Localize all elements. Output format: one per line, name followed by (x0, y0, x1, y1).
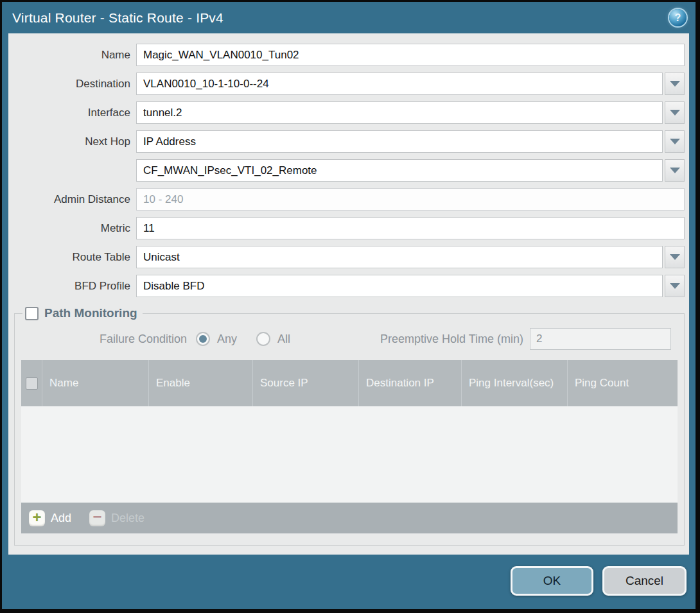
column-header-enable[interactable]: Enable (148, 360, 252, 406)
bfd-profile-field[interactable] (136, 275, 663, 297)
chevron-down-icon (670, 168, 680, 173)
dialog-body: Name Destination Interface (8, 33, 689, 555)
add-button[interactable]: + Add (29, 510, 71, 526)
interface-dropdown-button[interactable] (665, 101, 685, 124)
interface-row: Interface (14, 101, 685, 124)
select-all-checkbox[interactable] (26, 377, 38, 390)
radio-any-label: Any (217, 332, 237, 346)
next-hop-row: Next Hop (14, 130, 685, 153)
failure-condition-row: Failure Condition Any All Preemptive Hol… (21, 328, 678, 350)
dialog-footer: OK Cancel (2, 555, 696, 609)
next-hop-type-field[interactable] (136, 130, 663, 153)
path-monitoring-title: Path Monitoring (44, 306, 137, 320)
column-header-name[interactable]: Name (42, 360, 148, 406)
bfd-profile-label: BFD Profile (14, 280, 130, 293)
name-row: Name (14, 44, 685, 66)
delete-button[interactable]: − Delete (89, 510, 144, 526)
failure-condition-label: Failure Condition (21, 332, 187, 346)
preemptive-hold-time-label: Preemptive Hold Time (min) (380, 332, 523, 346)
name-label: Name (14, 49, 130, 62)
path-monitoring-checkbox[interactable] (25, 307, 39, 320)
column-header-destination-ip[interactable]: Destination IP (358, 360, 461, 406)
next-hop-address-row (14, 159, 685, 182)
route-table-dropdown-button[interactable] (665, 246, 685, 268)
failure-condition-option-any[interactable]: Any (196, 332, 237, 346)
plus-icon: + (29, 510, 45, 526)
route-table-label: Route Table (14, 251, 130, 264)
column-header-source-ip[interactable]: Source IP (252, 360, 358, 406)
failure-condition-option-all[interactable]: All (256, 332, 290, 346)
radio-all-icon[interactable] (256, 332, 270, 346)
path-monitoring-table: Name Enable Source IP Destination IP Pin… (21, 360, 678, 533)
admin-distance-field[interactable] (136, 188, 685, 211)
next-hop-address-field[interactable] (136, 159, 663, 182)
chevron-down-icon (670, 283, 680, 289)
destination-field[interactable] (136, 73, 663, 95)
select-all-cell (21, 360, 42, 406)
chevron-down-icon (670, 110, 680, 116)
admin-distance-label: Admin Distance (14, 193, 130, 206)
name-field[interactable] (136, 44, 685, 66)
interface-field[interactable] (136, 101, 663, 124)
interface-label: Interface (14, 107, 130, 119)
metric-row: Metric (14, 217, 685, 239)
radio-all-label: All (277, 332, 290, 346)
destination-dropdown-button[interactable] (665, 73, 685, 95)
path-monitoring-section: Path Monitoring Failure Condition Any Al… (14, 306, 685, 546)
preemptive-hold-time-group: Preemptive Hold Time (min) (380, 328, 671, 350)
table-header: Name Enable Source IP Destination IP Pin… (21, 360, 678, 406)
ok-button[interactable]: OK (511, 566, 593, 596)
column-header-ping-interval[interactable]: Ping Interval(sec) (461, 360, 567, 406)
next-hop-label: Next Hop (14, 135, 130, 148)
minus-icon: − (89, 510, 105, 526)
next-hop-address-dropdown-button[interactable] (665, 159, 685, 182)
admin-distance-row: Admin Distance (14, 188, 685, 211)
preemptive-hold-time-field[interactable] (530, 328, 671, 350)
table-footer: + Add − Delete (21, 503, 678, 533)
static-route-dialog: Virtual Router - Static Route - IPv4 ? N… (0, 0, 700, 613)
chevron-down-icon (670, 139, 680, 144)
dialog-frame: Virtual Router - Static Route - IPv4 ? N… (2, 2, 696, 609)
path-monitoring-legend: Path Monitoring (22, 306, 143, 320)
help-icon[interactable]: ? (669, 9, 687, 26)
bfd-profile-dropdown-button[interactable] (665, 275, 685, 297)
route-table-field[interactable] (136, 246, 663, 268)
dialog-title: Virtual Router - Static Route - IPv4 (12, 10, 223, 26)
delete-button-label: Delete (111, 512, 144, 525)
column-header-ping-count[interactable]: Ping Count (567, 360, 678, 406)
route-table-row: Route Table (14, 246, 685, 268)
dialog-titlebar: Virtual Router - Static Route - IPv4 ? (2, 2, 696, 33)
cancel-button[interactable]: Cancel (602, 566, 687, 596)
radio-any-icon[interactable] (196, 332, 210, 346)
add-button-label: Add (51, 512, 71, 525)
next-hop-dropdown-button[interactable] (665, 130, 685, 153)
destination-row: Destination (14, 73, 685, 95)
metric-label: Metric (14, 222, 130, 235)
table-body-empty (21, 406, 678, 503)
metric-field[interactable] (136, 217, 685, 239)
destination-label: Destination (14, 78, 130, 91)
chevron-down-icon (670, 254, 680, 260)
chevron-down-icon (670, 81, 680, 87)
bfd-profile-row: BFD Profile (14, 275, 685, 297)
